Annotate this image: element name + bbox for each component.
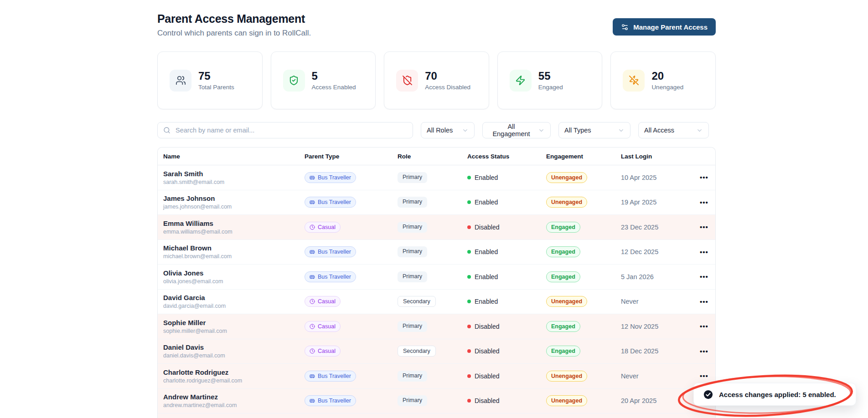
row-actions-menu[interactable]: ••• <box>696 320 712 332</box>
access-status: Enabled <box>467 248 546 255</box>
parent-name: Andrew Martinez <box>163 393 305 401</box>
stat-card-engaged: 55 Engaged <box>497 51 603 109</box>
search-box <box>157 122 413 138</box>
shield-check-icon <box>283 70 305 92</box>
status-dot <box>467 250 471 254</box>
filter-dropdown-all-roles[interactable]: All Roles <box>421 122 475 138</box>
table-row: Andrew Martinez andrew.martinez@email.co… <box>158 389 715 414</box>
search-input[interactable] <box>175 126 407 134</box>
parent-email: james.johnson@email.com <box>163 204 305 210</box>
bus-icon <box>310 398 315 403</box>
status-label: Enabled <box>475 174 498 181</box>
status-dot <box>467 349 471 353</box>
check-circle-icon <box>703 390 713 399</box>
filter-dropdown-all-engagement[interactable]: All Engagement <box>482 122 551 138</box>
sliders-icon <box>621 23 629 31</box>
parent-email: daniel.davis@email.com <box>163 352 305 359</box>
last-login: 23 Dec 2025 <box>621 224 693 231</box>
access-status: Disabled <box>467 323 546 330</box>
bus-icon <box>310 249 315 255</box>
filter-bar: All Roles All Engagement All Types All A… <box>157 122 716 138</box>
users-icon <box>170 70 191 92</box>
parent-email: sophie.miller@email.com <box>163 328 305 334</box>
filter-dropdown-label: All Access <box>644 127 674 134</box>
toast-notification: Access changes applied: 5 enabled. <box>693 383 856 406</box>
search-icon <box>163 127 170 134</box>
status-dot <box>467 225 471 229</box>
chevron-down-icon <box>458 127 469 134</box>
stat-value: 75 <box>198 70 234 82</box>
bus-icon <box>310 199 315 205</box>
stat-label: Engaged <box>538 84 563 91</box>
last-login: 5 Jan 2026 <box>621 273 693 280</box>
toast-message: Access changes applied: 5 enabled. <box>719 391 836 398</box>
engagement-badge: Engaged <box>546 271 580 282</box>
bus-icon <box>310 175 315 180</box>
parent-type-badge: Bus Traveller <box>305 395 356 406</box>
row-actions-menu[interactable]: ••• <box>696 246 712 258</box>
status-label: Enabled <box>475 273 498 280</box>
filter-dropdown-all-types[interactable]: All Types <box>558 122 630 138</box>
row-actions-menu[interactable]: ••• <box>696 196 712 209</box>
parent-email: charlotte.rodriguez@email.com <box>163 377 305 384</box>
stats-row: 75 Total Parents 5 Access Enabled 70 Acc… <box>157 51 716 109</box>
parent-type-badge: Bus Traveller <box>305 172 356 183</box>
filter-dropdown-all-access[interactable]: All Access <box>638 122 709 138</box>
stat-card-total-parents: 75 Total Parents <box>157 51 263 109</box>
table-row: Olivia Jones olivia.jones@email.com Bus … <box>158 265 715 290</box>
status-dot <box>467 374 471 378</box>
chevron-down-icon <box>534 127 545 134</box>
role-pill: Primary <box>398 197 427 208</box>
stat-value: 5 <box>312 70 356 82</box>
status-label: Disabled <box>475 372 499 380</box>
access-status: Disabled <box>467 397 546 404</box>
parent-type-badge: Bus Traveller <box>305 371 356 382</box>
row-actions-menu[interactable]: ••• <box>696 370 712 382</box>
access-status: Disabled <box>467 347 546 355</box>
row-actions-menu[interactable]: ••• <box>696 345 712 357</box>
filter-dropdown-label: All Roles <box>427 127 453 134</box>
status-label: Disabled <box>475 224 499 231</box>
role-pill: Primary <box>398 246 427 257</box>
parent-email: michael.brown@email.com <box>163 253 305 260</box>
status-dot <box>467 399 471 403</box>
stat-label: Total Parents <box>198 84 234 91</box>
table-row: Emma Williams emma.williams@email.com Ca… <box>158 215 715 240</box>
engagement-badge: Engaged <box>546 346 580 357</box>
stat-label: Access Disabled <box>425 84 470 91</box>
stat-value: 20 <box>651 70 683 82</box>
parent-name: James Johnson <box>163 194 305 202</box>
status-label: Enabled <box>475 199 498 206</box>
parent-name: Daniel Davis <box>163 343 305 351</box>
table-row: Daniel Davis daniel.davis@email.com Casu… <box>158 339 715 364</box>
parent-type-badge: Bus Traveller <box>305 246 356 257</box>
manage-parent-access-button[interactable]: Manage Parent Access <box>613 18 716 36</box>
status-dot <box>467 176 471 179</box>
clock-icon <box>310 224 315 230</box>
status-label: Disabled <box>475 347 499 355</box>
bus-icon <box>310 373 315 379</box>
table-row: Charlotte Rodriguez charlotte.rodriguez@… <box>158 364 715 389</box>
parent-type-badge: Casual <box>305 222 341 233</box>
status-dot <box>467 275 471 279</box>
row-actions-menu[interactable]: ••• <box>696 296 712 308</box>
column-header-last-login: Last Login <box>621 153 693 160</box>
table-body: Sarah Smith sarah.smith@email.com Bus Tr… <box>158 165 715 418</box>
row-actions-menu[interactable]: ••• <box>696 221 712 233</box>
row-actions-menu[interactable]: ••• <box>696 171 712 184</box>
parent-name: David Garcia <box>163 294 305 301</box>
chevron-down-icon <box>692 127 703 134</box>
access-status: Disabled <box>467 372 546 380</box>
row-actions-menu[interactable]: ••• <box>696 270 712 283</box>
access-status: Enabled <box>467 199 546 206</box>
last-login: 19 Apr 2025 <box>621 199 693 206</box>
parent-access-management-page: Parent Access Management Control which p… <box>0 0 868 418</box>
status-label: Enabled <box>475 248 498 255</box>
column-header-name: Name <box>163 153 305 160</box>
status-label: Enabled <box>475 298 498 305</box>
parent-name: Charlotte Rodriguez <box>163 368 305 376</box>
stat-value: 55 <box>538 70 563 82</box>
zap-off-icon <box>623 70 645 92</box>
parent-name: Olivia Jones <box>163 269 305 277</box>
page-header: Parent Access Management Control which p… <box>157 12 716 38</box>
